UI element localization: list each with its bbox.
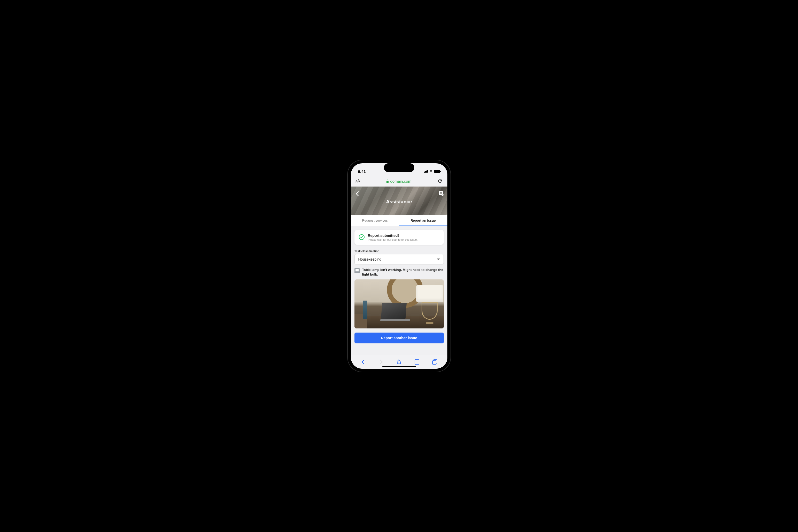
issue-attachment-image[interactable] (354, 280, 444, 328)
success-title: Report submitted! (368, 233, 418, 238)
text-size-button[interactable]: AA (355, 178, 360, 184)
bookmarks-icon[interactable] (414, 359, 420, 365)
lock-icon (386, 179, 389, 183)
browser-address-bar: AA domain.com (351, 176, 447, 187)
share-icon[interactable] (396, 359, 402, 365)
signal-icon (424, 170, 428, 173)
issue-description-row: Table lamp isn't working. Might need to … (354, 268, 444, 277)
url-display[interactable]: domain.com (386, 179, 411, 184)
page-title: Assistance (386, 199, 412, 205)
caret-down-icon (437, 259, 440, 260)
back-button[interactable] (354, 191, 361, 197)
status-indicators (424, 170, 440, 173)
success-subtitle: Please wait for our staff to fix this is… (368, 238, 418, 241)
reload-icon[interactable] (437, 178, 443, 184)
tab-request-services[interactable]: Request services (351, 215, 399, 226)
battery-icon (434, 170, 440, 173)
classification-select[interactable]: Housekeeping (354, 254, 444, 264)
clipboard-check-icon[interactable] (438, 190, 444, 196)
phone-frame: 9:41 AA domain.com (348, 160, 450, 372)
classification-label: Task classification (354, 249, 444, 252)
tabs-icon[interactable] (432, 359, 438, 365)
browser-forward-button[interactable] (378, 359, 384, 365)
hero-header: Assistance (351, 187, 447, 215)
report-another-button[interactable]: Report another issue (354, 332, 444, 343)
wifi-icon (429, 170, 433, 173)
comment-icon (354, 268, 360, 273)
chevron-left-icon (354, 191, 361, 197)
svg-rect-3 (432, 361, 436, 364)
check-circle-icon (358, 234, 365, 240)
classification-value: Housekeeping (358, 257, 382, 261)
home-indicator[interactable] (382, 366, 416, 367)
app-content: Assistance Request services Report an is… (351, 187, 447, 355)
dynamic-island (384, 163, 414, 172)
browser-back-button[interactable] (360, 359, 366, 365)
tabs-nav: Request services Report an issue (351, 215, 447, 226)
tab-report-issue[interactable]: Report an issue (399, 215, 447, 226)
status-time: 9:41 (358, 169, 366, 174)
phone-screen: 9:41 AA domain.com (351, 163, 447, 369)
issue-text: Table lamp isn't working. Might need to … (362, 268, 444, 277)
url-text: domain.com (390, 179, 411, 184)
content-area: Report submitted! Please wait for our st… (351, 226, 447, 355)
svg-point-1 (359, 234, 364, 240)
success-banner: Report submitted! Please wait for our st… (354, 230, 444, 245)
